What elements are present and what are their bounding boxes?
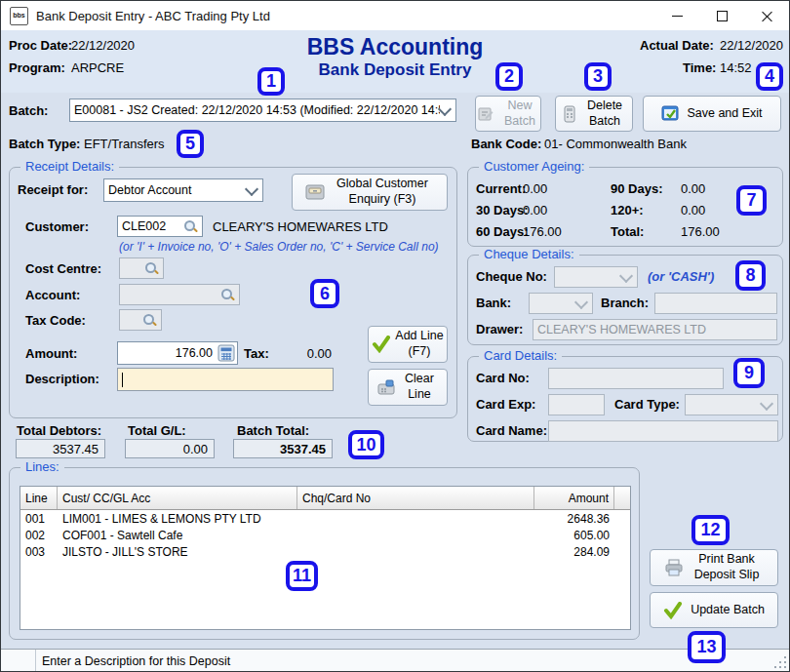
time-value: 14:52: [720, 60, 752, 75]
col-line: Line: [20, 487, 58, 509]
tax-code-lookup-icon[interactable]: [142, 313, 157, 328]
cheque-drawer-label: Drawer:: [476, 322, 523, 336]
close-icon: [762, 11, 772, 21]
chevron-down-icon: [438, 101, 452, 115]
cheque-branch-label: Branch:: [601, 296, 649, 310]
lines-table: Line Cust/ CC/GL Acc Chq/Card No Amount …: [20, 486, 631, 630]
receipt-for-label: Receipt for:: [18, 182, 88, 197]
close-button[interactable]: [744, 1, 789, 30]
customer-lookup-icon[interactable]: [183, 219, 198, 234]
tax-code-input[interactable]: [119, 309, 162, 331]
row-line-no: 003: [20, 545, 58, 559]
table-row[interactable]: 003 JILSTO - JILL'S STORE 284.09: [20, 543, 630, 560]
annotation-badge-11: 11: [286, 561, 318, 591]
new-batch-label: New Batch: [500, 99, 539, 129]
receipt-for-select[interactable]: Debtor Account: [103, 178, 263, 202]
annotation-badge-7: 7: [736, 185, 767, 216]
card-name-label: Card Name:: [476, 423, 547, 438]
total-debtors-value: 3537.45: [16, 439, 105, 458]
cost-centre-label: Cost Centre:: [25, 261, 101, 276]
batch-total-value: 3537.45: [233, 439, 333, 458]
cost-centre-input[interactable]: [119, 257, 164, 279]
chevron-down-icon: [760, 396, 773, 410]
global-customer-enquiry-button[interactable]: Global Customer Enquiry (F3): [292, 174, 448, 211]
app-icon: bbs: [10, 7, 28, 25]
annotation-badge-1: 1: [257, 67, 285, 96]
cabinet-icon: [305, 184, 325, 200]
update-batch-button[interactable]: Update Batch: [650, 592, 778, 628]
calculator-icon[interactable]: [217, 344, 235, 362]
customer-code-value: CLE002: [122, 219, 166, 233]
account-input[interactable]: [119, 284, 240, 305]
tax-value: 0.00: [288, 346, 332, 361]
add-line-button[interactable]: Add Line (F7): [368, 326, 448, 363]
table-row[interactable]: 001 LIM001 - LIMES & LEMONS PTY LTD 2648…: [20, 510, 630, 527]
table-row[interactable]: 002 COF001 - Sawtell Cafe 605.00: [20, 527, 630, 543]
account-lookup-icon[interactable]: [220, 288, 235, 302]
total-gl-label: Total G/L:: [128, 423, 186, 438]
print-bank-deposit-slip-label: Print Bank Deposit Slip: [690, 552, 764, 582]
col-account: Cust/ CC/GL Acc: [58, 487, 297, 509]
total-debtors-label: Total Debtors:: [17, 423, 101, 438]
card-no-label: Card No:: [476, 371, 530, 385]
lines-group: Lines: Line Cust/ CC/GL Acc Chq/Card No …: [9, 467, 640, 640]
print-bank-deposit-slip-button[interactable]: Print Bank Deposit Slip: [650, 549, 778, 586]
cheque-drawer-value: CLEARY'S HOMEWARES LTD: [537, 323, 706, 336]
customer-code-input[interactable]: CLE002: [117, 216, 203, 237]
cheque-no-label: Cheque No:: [476, 269, 547, 284]
app-window: bbs Bank Deposit Entry - ABC Trading Pty…: [0, 0, 790, 672]
clear-line-label: Clear Line: [400, 372, 439, 402]
status-bar-left-cell: [1, 650, 36, 672]
clear-line-button[interactable]: Clear Line: [368, 369, 448, 406]
delete-batch-button[interactable]: Delete Batch: [555, 96, 633, 132]
update-batch-label: Update Batch: [691, 603, 765, 618]
receipt-for-value: Debtor Account: [108, 183, 191, 197]
bank-code-value: 01- Commonwealth Bank: [544, 137, 687, 151]
cheque-branch-input: [654, 293, 777, 314]
chevron-down-icon: [574, 295, 588, 308]
save-and-exit-button[interactable]: Save and Exit: [643, 96, 781, 132]
cheque-bank-select: [529, 293, 593, 314]
status-bar: Enter a Description for this Deposit: [1, 649, 789, 672]
cost-centre-lookup-icon[interactable]: [144, 261, 159, 276]
ageing-total-label: Total:: [611, 224, 644, 239]
ageing-30days-label: 30 Days:: [476, 203, 528, 217]
account-label: Account:: [25, 288, 80, 302]
title-bar[interactable]: bbs Bank Deposit Entry - ABC Trading Pty…: [1, 1, 789, 30]
annotation-badge-4: 4: [756, 62, 783, 91]
delete-batch-label: Delete Batch: [583, 99, 626, 129]
row-account: LIM001 - LIMES & LEMONS PTY LTD: [58, 512, 297, 526]
customer-entry-hint: (or 'I' + Invoice no, 'O' + Sales Order …: [119, 240, 439, 254]
add-line-label: Add Line (F7): [395, 329, 444, 359]
row-line-no: 001: [20, 512, 58, 526]
maximize-icon: [717, 11, 728, 21]
actual-date-value: 22/12/2020: [720, 38, 783, 53]
or-cash-hint: (or 'CASH'): [648, 269, 714, 284]
cheque-bank-label: Bank:: [476, 296, 511, 310]
cheque-no-select: [554, 266, 638, 288]
ageing-90days-value: 0.00: [681, 181, 705, 196]
row-account: JILSTO - JILL'S STORE: [58, 545, 297, 559]
cheque-drawer-input: CLEARY'S HOMEWARES LTD: [533, 319, 777, 340]
annotation-badge-10: 10: [348, 430, 384, 459]
amount-input[interactable]: 176.00: [117, 341, 238, 365]
description-input[interactable]: [117, 368, 334, 391]
lines-table-header: Line Cust/ CC/GL Acc Chq/Card No Amount: [20, 487, 630, 510]
batch-total-label: Batch Total:: [237, 423, 309, 438]
annotation-badge-3: 3: [584, 62, 612, 91]
text-caret: [122, 373, 123, 387]
batch-select[interactable]: E00081 - JS2 Created: 22/12/2020 14:53 (…: [69, 99, 456, 122]
resize-grip[interactable]: [774, 656, 786, 668]
save-exit-icon: [661, 105, 681, 123]
maximize-button[interactable]: [699, 1, 744, 30]
ageing-120plus-value: 0.00: [681, 203, 705, 217]
new-batch-icon: [477, 105, 494, 123]
row-account: COF001 - Sawtell Cafe: [58, 529, 297, 542]
ageing-60days-label: 60 Days:: [476, 224, 528, 239]
new-batch-button: New Batch: [475, 96, 541, 132]
amount-value: 176.00: [176, 346, 213, 360]
minimize-icon: [672, 16, 683, 17]
total-gl-value: 0.00: [125, 439, 215, 458]
global-customer-enquiry-label: Global Customer Enquiry (F3): [331, 177, 434, 207]
minimize-button[interactable]: [654, 1, 699, 30]
